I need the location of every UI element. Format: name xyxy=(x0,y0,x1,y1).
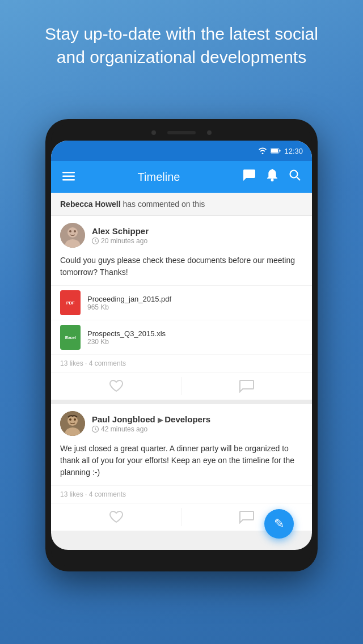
svg-rect-3 xyxy=(62,172,75,173)
phone-screen: 12:30 Timeline xyxy=(51,141,312,550)
comment-icon-1 xyxy=(239,379,254,393)
avatar-paul xyxy=(60,411,85,436)
phone-camera-2 xyxy=(207,130,212,135)
search-icon[interactable] xyxy=(287,167,303,187)
file-info-excel: Prospects_Q3_2015.xls 230 Kb xyxy=(87,329,166,346)
phone-top-bar xyxy=(51,125,312,141)
status-time: 12:30 xyxy=(284,147,303,155)
menu-icon[interactable] xyxy=(60,167,77,187)
notification-banner: Rebecca Howell has commented on this xyxy=(51,193,312,216)
bell-icon[interactable] xyxy=(264,167,280,187)
svg-rect-1 xyxy=(271,149,278,152)
excel-file-icon: Excel xyxy=(60,325,81,350)
app-bar-title: Timeline xyxy=(84,171,234,184)
post-header-2: Paul Jongbloed ▶ Developers 42 minutes a… xyxy=(51,404,312,440)
svg-rect-2 xyxy=(280,150,281,152)
svg-point-10 xyxy=(67,227,78,238)
notification-message: has commented on this xyxy=(121,200,205,209)
app-bar: Timeline xyxy=(51,161,312,193)
svg-rect-5 xyxy=(62,179,75,181)
post-time-1: 20 minutes ago xyxy=(92,237,149,245)
status-bar: 12:30 xyxy=(51,141,312,161)
post-header-1: Alex Schipper 20 minutes ago xyxy=(51,216,312,252)
post-stats-2: 13 likes · 4 comments xyxy=(51,485,312,503)
svg-point-13 xyxy=(74,230,76,232)
svg-rect-4 xyxy=(62,176,75,177)
phone-speaker xyxy=(167,131,196,134)
timeline-content: Rebecca Howell has commented on this xyxy=(51,193,312,531)
wifi-icon xyxy=(258,147,267,154)
post-time-2: 42 minutes ago xyxy=(92,425,210,433)
clock-icon-1 xyxy=(92,238,99,244)
post-meta-1: Alex Schipper 20 minutes ago xyxy=(92,226,149,245)
attachment-excel[interactable]: Excel Prospects_Q3_2015.xls 230 Kb xyxy=(51,320,312,354)
clock-icon-2 xyxy=(92,426,99,433)
svg-point-7 xyxy=(290,171,298,178)
phone-mockup: 12:30 Timeline xyxy=(45,119,318,571)
file-name-pdf: Proceeding_jan_2015.pdf xyxy=(87,295,171,303)
post-body-1: Could you guys please check these docume… xyxy=(51,252,312,285)
svg-line-8 xyxy=(297,177,300,180)
post-card-1: Rebecca Howell has commented on this xyxy=(51,193,312,400)
fab-compose[interactable]: ✎ xyxy=(264,509,294,539)
post-stats-1: 13 likes · 4 comments xyxy=(51,354,312,372)
comment-button-1[interactable] xyxy=(182,372,313,400)
attachment-pdf[interactable]: PDF Proceeding_jan_2015.pdf 965 Kb xyxy=(51,285,312,320)
battery-icon xyxy=(271,148,281,154)
post-meta-2: Paul Jongbloed ▶ Developers 42 minutes a… xyxy=(92,414,210,433)
comment-icon-2 xyxy=(239,510,254,524)
post-author-2: Paul Jongbloed ▶ Developers xyxy=(92,414,210,424)
file-info-pdf: Proceeding_jan_2015.pdf 965 Kb xyxy=(87,295,171,311)
file-size-excel: 230 Kb xyxy=(87,338,166,346)
post-actions-1 xyxy=(51,372,312,400)
avatar-alex xyxy=(60,223,85,248)
like-button-1[interactable] xyxy=(51,372,182,400)
like-button-2[interactable] xyxy=(51,503,182,531)
fab-icon: ✎ xyxy=(274,518,284,530)
svg-point-6 xyxy=(271,179,274,181)
heart-icon-1 xyxy=(109,379,124,393)
svg-point-12 xyxy=(69,230,71,232)
pdf-file-icon: PDF xyxy=(60,290,81,315)
svg-point-18 xyxy=(69,418,71,421)
phone-camera xyxy=(151,130,156,135)
file-name-excel: Prospects_Q3_2015.xls xyxy=(87,329,166,338)
status-icons: 12:30 xyxy=(258,147,303,155)
chat-icon[interactable] xyxy=(240,167,258,187)
hero-text: Stay up-to-date with the latest social a… xyxy=(0,23,363,69)
post-body-2: We just closed a great quarter. A dinner… xyxy=(51,440,312,485)
post-author-1: Alex Schipper xyxy=(92,226,149,236)
heart-icon-2 xyxy=(109,510,124,524)
notification-author: Rebecca Howell xyxy=(60,200,121,209)
svg-point-19 xyxy=(74,418,76,421)
phone-bottom-bar xyxy=(51,550,312,566)
file-size-pdf: 965 Kb xyxy=(87,303,171,311)
